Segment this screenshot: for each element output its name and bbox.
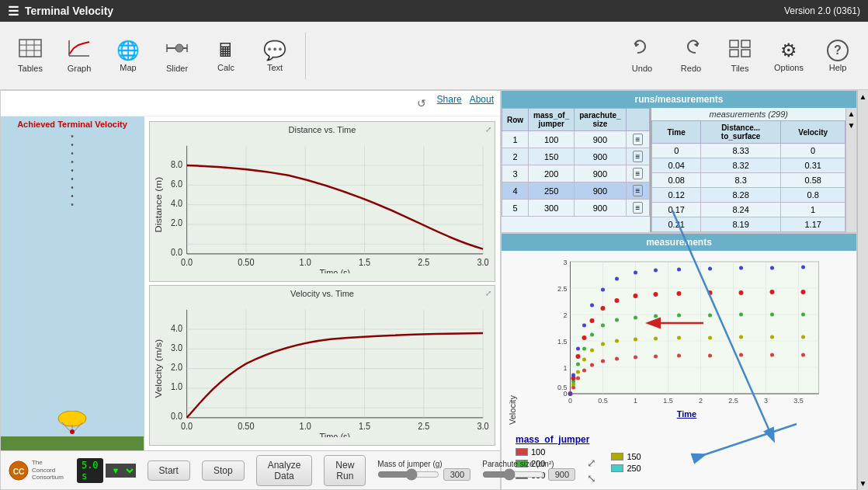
new-run-button[interactable]: New Run — [324, 455, 366, 486]
svg-text:3: 3 — [764, 397, 768, 405]
panel-scrollbar: ▲ ▼ — [845, 108, 856, 232]
parachute-slider[interactable] — [482, 468, 544, 481]
svg-point-128 — [801, 335, 805, 339]
toolbar-map[interactable]: 🌐 Map — [106, 29, 151, 83]
left-panel: ↺ Share About Achieved Terminal Velocity… — [0, 90, 501, 490]
svg-point-160 — [582, 324, 586, 328]
svg-rect-14 — [741, 50, 750, 57]
svg-point-119 — [590, 349, 594, 353]
help-icon: ? — [827, 40, 849, 61]
scroll-down-btn[interactable]: ▼ — [857, 477, 868, 490]
about-link[interactable]: About — [470, 94, 494, 113]
menu-icon[interactable]: ☰ — [8, 4, 19, 19]
timer-dropdown[interactable]: ▼ — [106, 464, 136, 478]
toolbar-slider[interactable]: Slider — [155, 29, 200, 83]
x-axis-title[interactable]: Time — [520, 409, 853, 419]
table-row[interactable]: 2150900≡ — [502, 148, 650, 165]
mass-control: Mass of jumper (g) 300 — [377, 460, 470, 481]
refresh-icon[interactable]: ↺ — [414, 94, 429, 113]
expand-row-btn[interactable]: ≡ — [633, 185, 644, 196]
toolbar-tables[interactable]: Tables — [8, 29, 53, 83]
stop-button[interactable]: Stop — [202, 460, 245, 481]
svg-point-122 — [634, 338, 637, 342]
mass-slider[interactable] — [377, 468, 439, 481]
svg-point-120 — [601, 342, 605, 346]
expand-row-btn[interactable]: ≡ — [633, 168, 644, 179]
toolbar-help[interactable]: ? Help — [815, 29, 860, 83]
scroll-up-btn[interactable]: ▲ — [857, 90, 868, 103]
table-row[interactable]: 3200900≡ — [502, 165, 650, 182]
svg-point-134 — [601, 324, 605, 328]
legend-title[interactable]: mass_of_jumper — [516, 434, 589, 445]
chart-main-area: 3 2.5 2 1.5 1 0.5 0 0 0.5 1 1.5 — [520, 254, 853, 428]
svg-text:8.0: 8.0 — [171, 158, 183, 170]
share-link[interactable]: Share — [437, 94, 462, 113]
svg-text:Distance (m): Distance (m) — [154, 177, 164, 233]
expand-row-btn[interactable]: ≡ — [633, 134, 644, 145]
expand-row-btn[interactable]: ≡ — [633, 202, 644, 214]
graph-label: Graph — [68, 64, 92, 73]
table-row[interactable]: 1100900≡ — [502, 131, 650, 148]
svg-text:3.0: 3.0 — [171, 342, 183, 353]
svg-point-135 — [615, 318, 619, 322]
start-button[interactable]: Start — [148, 460, 190, 481]
table-row[interactable]: 4250900≡ — [502, 182, 650, 200]
right-scrollbar: ▲ ▼ — [857, 90, 868, 490]
graph-icon — [68, 39, 91, 62]
svg-point-145 — [576, 354, 581, 359]
svg-point-104 — [582, 369, 586, 373]
chart2-resize-icon[interactable]: ⤢ — [485, 289, 491, 297]
table-row[interactable]: 0.128.280.8 — [652, 188, 845, 203]
table-row[interactable]: 0.088.30.58 — [652, 173, 845, 188]
table-row[interactable]: 5300900≡ — [502, 200, 650, 217]
svg-point-168 — [739, 266, 743, 270]
redo-label: Redo — [681, 64, 701, 73]
toolbar-options[interactable]: ⚙ Options — [766, 29, 811, 83]
toolbar-calc[interactable]: 🖩 Calc — [203, 29, 248, 83]
svg-point-163 — [615, 277, 619, 281]
scroll-down[interactable]: ▼ — [846, 120, 857, 131]
svg-rect-72 — [571, 262, 819, 394]
table-row[interactable]: 08.330 — [652, 144, 845, 158]
svg-text:2.5: 2.5 — [418, 420, 430, 432]
measurements-chart-body: Velocity — [502, 251, 856, 489]
table-row[interactable]: 0.178.241 — [652, 203, 845, 217]
legend-label-100: 100 — [531, 447, 545, 457]
text-label: Text — [267, 63, 283, 72]
expand-icon[interactable]: ⤢ — [587, 457, 596, 469]
timer-value: 5.0 s — [77, 458, 103, 483]
svg-rect-12 — [741, 40, 750, 47]
svg-text:1.0: 1.0 — [300, 256, 312, 268]
toolbar-graph[interactable]: Graph — [57, 29, 102, 83]
toolbar-redo[interactable]: Redo — [668, 29, 713, 83]
svg-point-161 — [590, 304, 594, 308]
svg-point-148 — [601, 306, 606, 311]
svg-text:4.0: 4.0 — [171, 322, 183, 334]
svg-point-111 — [708, 354, 712, 358]
table-row[interactable]: 0.048.320.31 — [652, 158, 845, 173]
legend-item-150: 150 — [611, 452, 641, 461]
svg-text:2.0: 2.0 — [171, 217, 183, 229]
col-parachute: parachute_size — [575, 109, 626, 131]
svg-point-159 — [576, 347, 580, 351]
collapse-icon[interactable]: ⤡ — [587, 472, 596, 485]
expand-row-btn[interactable]: ≡ — [633, 151, 644, 162]
svg-point-121 — [615, 339, 619, 343]
tiles-label: Tiles — [731, 64, 749, 73]
measurements-count-label: measurements (299) — [651, 108, 845, 120]
table-row[interactable]: 0.218.191.17 — [652, 217, 845, 232]
analyze-button[interactable]: Analyze Data — [256, 455, 313, 486]
scroll-up[interactable]: ▲ — [846, 108, 857, 120]
svg-text:Time (s): Time (s) — [320, 267, 351, 273]
chart1-resize-icon[interactable]: ⤢ — [485, 125, 491, 134]
svg-text:4.0: 4.0 — [171, 197, 183, 209]
toolbar-undo[interactable]: Undo — [620, 29, 665, 83]
toolbar-text[interactable]: 💬 Text — [252, 29, 297, 83]
toolbar-tiles[interactable]: Tiles — [717, 29, 762, 83]
y-axis-label: Velocity — [505, 254, 520, 428]
svg-text:0.0: 0.0 — [181, 420, 193, 432]
svg-point-132 — [582, 347, 586, 351]
svg-text:3.5: 3.5 — [793, 397, 804, 405]
slider-icon — [165, 39, 189, 62]
tables-label: Tables — [18, 64, 43, 73]
